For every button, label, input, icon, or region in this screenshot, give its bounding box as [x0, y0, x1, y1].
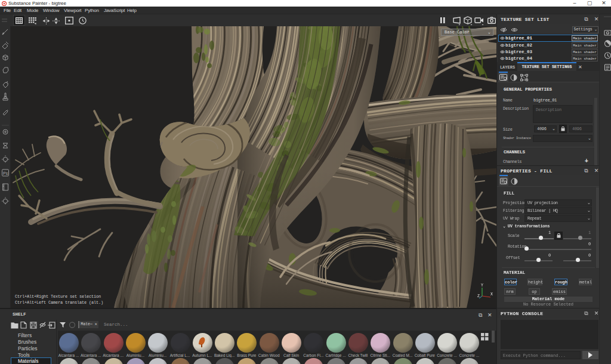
svg-text:X: X	[490, 292, 493, 297]
svg-text:Ps: Ps	[3, 171, 8, 175]
svg-text:Y: Y	[481, 283, 483, 288]
svg-text:Z: Z	[477, 294, 480, 298]
